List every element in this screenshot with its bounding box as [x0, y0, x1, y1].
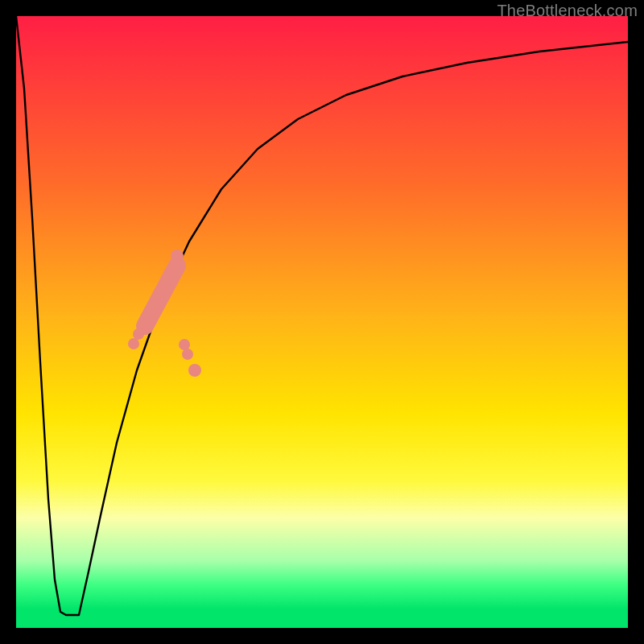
- dot: [128, 338, 139, 349]
- watermark-text: TheBottleneck.com: [497, 2, 638, 20]
- dot: [171, 250, 184, 262]
- dot: [182, 349, 193, 360]
- dot: [133, 328, 144, 340]
- bottleneck-chart: TheBottleneck.com: [0, 0, 644, 644]
- highlight-dots: [16, 16, 628, 628]
- dot: [188, 364, 201, 377]
